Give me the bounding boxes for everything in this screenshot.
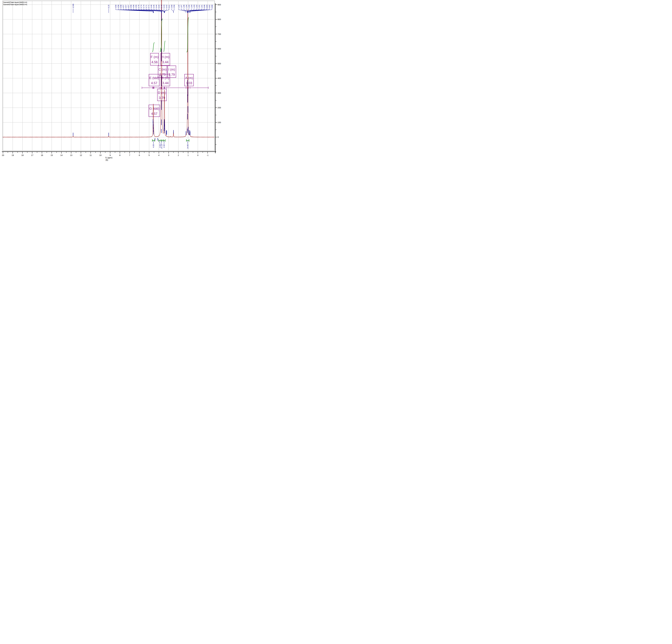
peak-label: 2.50	[171, 5, 173, 8]
peak-label: 12.80	[72, 4, 74, 8]
multiplet-label-C: C (m)	[158, 68, 167, 71]
spectrum-title-line1: SamehElTaeir-liquid-DMSO-H1	[3, 1, 27, 3]
x-axis-tick-label: 19	[12, 154, 14, 156]
peak-label: 4.56	[130, 5, 132, 8]
x-axis-tick-label: 14	[60, 154, 63, 156]
peak-label: 3.46	[150, 5, 152, 8]
nmr-spectrum-plot: F (m)4.56H (m)3.44C (m)3.73I (m)2.79E (t…	[0, 0, 223, 161]
peak-label: 1.04	[185, 5, 188, 8]
multiplet-shift-A: 1.03	[186, 81, 192, 85]
peak-label: 4.58	[117, 5, 119, 8]
peak-label: 1.03	[191, 5, 193, 8]
peak-label: 4.56	[133, 5, 134, 8]
peak-label: 4.59	[115, 5, 117, 8]
peak-label: 3.75	[137, 5, 140, 8]
peak-label: 4.58	[120, 5, 122, 8]
peak-label: 3.43	[160, 5, 163, 8]
peak-label: 3.41	[168, 5, 170, 8]
peak-label: 1.01	[198, 5, 200, 8]
peak-label: 0.83	[206, 5, 208, 8]
y-axis-tick-label: 300	[218, 92, 221, 94]
peak-label: 3.74	[140, 5, 142, 8]
y-axis-tick-label: 600	[218, 48, 221, 50]
plot-root: F (m)4.56H (m)3.44C (m)3.73I (m)2.79E (t…	[2, 0, 221, 161]
y-axis-tick-label: 400	[218, 77, 221, 79]
x-axis-tick-label: 9	[109, 154, 111, 156]
peak-label: 3.71	[145, 5, 147, 8]
x-axis-tick-label: 18	[21, 154, 24, 156]
peak-label: 0.82	[208, 5, 211, 8]
multiplet-shift-C: 3.73	[159, 73, 166, 76]
multiplet-shift-I: 2.79	[169, 73, 175, 76]
multiplet-label-F: F (m)	[151, 55, 158, 59]
x-axis-tick-label: 10	[99, 154, 101, 156]
peak-label: 3.44	[155, 5, 157, 8]
peak-label: 4.57	[125, 5, 127, 8]
y-axis-tick-label: 800	[218, 18, 221, 21]
multiplet-shift-B: 3.44	[163, 81, 169, 85]
integral-leader	[164, 141, 164, 144]
multiplet-shift-G: 4.57	[151, 112, 157, 116]
y-axis-tick-label: 0	[218, 136, 219, 138]
peak-label: 9.15	[108, 5, 110, 8]
y-axis-tick-label: 200	[218, 106, 221, 109]
y-axis-tick-label: 100	[218, 121, 221, 123]
x-axis-tick-label: 20	[2, 154, 4, 156]
peak-label: 4.55	[135, 5, 137, 8]
plot-frame	[3, 1, 215, 151]
peak-label: 3.74	[143, 5, 145, 8]
x-axis-tick-label: 8	[119, 154, 120, 156]
peak-label: 1.03	[193, 5, 195, 8]
peak-label: 1.01	[201, 5, 203, 8]
peak-label: 1.22	[178, 5, 180, 8]
peak-label: 0.96	[203, 5, 205, 8]
peak-label: 1.02	[196, 5, 198, 8]
peak-label: 4.57	[128, 5, 129, 8]
x-axis-title: f1 (ppm)	[105, 157, 112, 159]
x-axis-tick-label: 4	[158, 154, 159, 156]
x-axis-tick-label: 0	[197, 154, 199, 156]
x-axis-tick-label: 1	[188, 154, 189, 156]
peak-label: 3.44	[158, 5, 160, 8]
x-axis-tick-label: 11	[89, 154, 92, 156]
integral-value: 4.92	[163, 144, 165, 148]
peak-label: 1.04	[188, 5, 190, 8]
multiplet-label-A: A (m)	[185, 76, 193, 80]
multiplet-shift-H: 3.44	[162, 60, 169, 64]
peak-label: 4.57	[122, 5, 124, 8]
figure-caption: (b)	[106, 159, 108, 161]
x-axis-tick-label: 13	[70, 154, 72, 156]
y-axis-tick-label: 900	[218, 3, 221, 6]
peak-label: 3.43	[163, 5, 165, 8]
peak-label: 3.71	[148, 5, 150, 8]
peak-label: 1.07	[180, 5, 182, 8]
integral-value: 14.82	[187, 144, 189, 149]
integral-value: 4.03	[153, 144, 154, 148]
multiplet-shift-E: 4.57	[151, 81, 157, 85]
integral-value: 14.19	[160, 144, 163, 149]
x-axis-tick-label: -1	[207, 154, 208, 156]
peak-label: 1.06	[183, 5, 185, 8]
x-axis-tick-label: 7	[129, 154, 130, 156]
x-axis-tick-label: 15	[50, 154, 53, 156]
multiplet-label-I: I (m)	[168, 68, 175, 71]
peak-label: 0.80	[211, 5, 213, 8]
y-axis-tick-label: 700	[218, 33, 221, 35]
multiplet-shift-F: 4.56	[152, 60, 158, 64]
x-axis-tick-label: 3	[168, 154, 169, 156]
spectrum-title-line2: SamehElTaeir-liquid-DMSO-H1	[3, 3, 27, 5]
peak-label: 3.45	[153, 5, 155, 8]
x-axis-tick-label: 6	[139, 154, 140, 156]
multiplet-label-G: G (tdd)	[149, 107, 159, 110]
peak-label: 3.42	[166, 5, 168, 8]
x-axis-tick-label: 5	[148, 154, 149, 156]
nmr-report-page: F (m)4.56H (m)3.44C (m)3.73I (m)2.79E (t…	[0, 0, 223, 161]
multiplet-label-B: B (m)	[161, 76, 169, 80]
multiplet-label-E: E (tdd)	[149, 76, 159, 80]
multiplet-label-H: H (m)	[161, 55, 169, 59]
x-axis-tick-label: 17	[31, 154, 33, 156]
x-axis-tick-label: 16	[41, 154, 43, 156]
x-axis-tick-label: 2	[178, 154, 179, 156]
peak-label: 2.50	[173, 5, 175, 8]
y-axis-tick-label: 500	[218, 62, 221, 65]
